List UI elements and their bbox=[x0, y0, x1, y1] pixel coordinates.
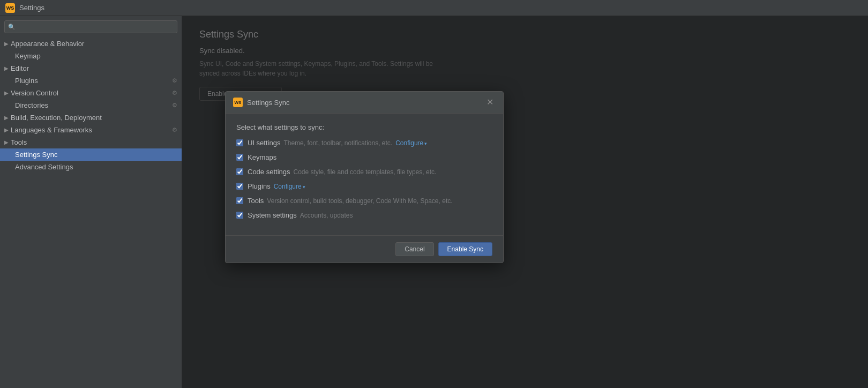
app-icon: WS bbox=[5, 3, 15, 13]
sidebar-item-label: Languages & Frameworks bbox=[11, 126, 172, 134]
tools-row: Tools Version control, build tools, debu… bbox=[236, 197, 492, 205]
sidebar: 🔍 ▶ Appearance & Behavior Keymap ▶ Edito… bbox=[0, 16, 182, 388]
ui-settings-label: UI settings bbox=[248, 139, 280, 147]
modal-body: Select what settings to sync: UI setting… bbox=[226, 114, 503, 235]
sidebar-item-tools[interactable]: ▶ Tools bbox=[0, 136, 182, 148]
sidebar-item-label: Version Control bbox=[11, 89, 172, 97]
chevron-down-icon: ▾ bbox=[303, 184, 305, 190]
settings-icon: ⚙ bbox=[172, 77, 177, 84]
cancel-button[interactable]: Cancel bbox=[395, 242, 433, 256]
sidebar-item-version-control[interactable]: ▶ Version Control ⚙ bbox=[0, 87, 182, 99]
sidebar-item-label: Editor bbox=[11, 64, 177, 72]
modal-title: Settings Sync bbox=[247, 99, 484, 107]
search-box[interactable]: 🔍 bbox=[4, 20, 177, 33]
settings-icon: ⚙ bbox=[172, 126, 177, 133]
keymaps-row: Keymaps bbox=[236, 153, 492, 161]
sidebar-item-label: Tools bbox=[11, 138, 177, 146]
ui-settings-configure-link[interactable]: Configure▾ bbox=[395, 139, 427, 147]
sidebar-item-label: Settings Sync bbox=[15, 151, 177, 159]
close-button[interactable]: ✕ bbox=[484, 97, 496, 108]
modal-app-icon: WS bbox=[233, 98, 243, 107]
chevron-icon: ▶ bbox=[4, 127, 9, 133]
content-area: Settings Sync Sync disabled. Sync UI, Co… bbox=[182, 16, 868, 388]
search-input[interactable] bbox=[4, 20, 177, 33]
modal-header: WS Settings Sync ✕ bbox=[226, 92, 503, 114]
chevron-down-icon: ▾ bbox=[424, 141, 427, 146]
sidebar-item-label: Directories bbox=[15, 101, 172, 109]
sidebar-item-label: Build, Execution, Deployment bbox=[11, 114, 177, 122]
sidebar-item-directories[interactable]: Directories ⚙ bbox=[0, 99, 182, 111]
code-settings-checkbox[interactable] bbox=[236, 168, 243, 175]
system-settings-checkbox[interactable] bbox=[236, 212, 243, 219]
system-settings-desc: Accounts, updates bbox=[300, 212, 353, 219]
sidebar-item-label: Plugins bbox=[15, 77, 172, 85]
code-settings-desc: Code style, file and code templates, fil… bbox=[294, 168, 437, 176]
plugins-row: Plugins Configure▾ bbox=[236, 182, 492, 190]
plugins-label: Plugins bbox=[248, 182, 271, 190]
sidebar-item-label: Keymap bbox=[15, 52, 177, 60]
title-bar: WS Settings bbox=[0, 0, 868, 16]
settings-icon: ⚙ bbox=[172, 102, 177, 109]
sidebar-item-settings-sync[interactable]: Settings Sync bbox=[0, 148, 182, 161]
plugins-configure-link[interactable]: Configure▾ bbox=[274, 183, 305, 190]
system-settings-label: System settings bbox=[248, 211, 297, 219]
chevron-icon: ▶ bbox=[4, 65, 9, 71]
code-settings-label: Code settings bbox=[248, 168, 290, 176]
chevron-icon: ▶ bbox=[4, 90, 9, 96]
sidebar-item-label: Advanced Settings bbox=[15, 163, 177, 171]
settings-sync-modal: WS Settings Sync ✕ Select what settings … bbox=[225, 91, 504, 263]
enable-sync-button[interactable]: Enable Sync bbox=[438, 242, 492, 256]
modal-overlay: WS Settings Sync ✕ Select what settings … bbox=[182, 16, 868, 388]
sidebar-item-label: Appearance & Behavior bbox=[11, 40, 177, 48]
sidebar-item-languages-frameworks[interactable]: ▶ Languages & Frameworks ⚙ bbox=[0, 124, 182, 136]
main-layout: 🔍 ▶ Appearance & Behavior Keymap ▶ Edito… bbox=[0, 16, 868, 388]
chevron-icon: ▶ bbox=[4, 115, 9, 121]
window-title: Settings bbox=[19, 4, 44, 12]
modal-footer: Cancel Enable Sync bbox=[226, 235, 503, 263]
plugins-checkbox[interactable] bbox=[236, 183, 243, 190]
chevron-icon: ▶ bbox=[4, 139, 9, 145]
modal-subtitle: Select what settings to sync: bbox=[236, 123, 492, 131]
keymaps-label: Keymaps bbox=[248, 153, 276, 161]
keymaps-checkbox[interactable] bbox=[236, 154, 243, 161]
search-icon: 🔍 bbox=[8, 24, 16, 31]
system-settings-row: System settings Accounts, updates bbox=[236, 211, 492, 219]
tools-label: Tools bbox=[248, 197, 264, 205]
ui-settings-desc: Theme, font, toolbar, notifications, etc… bbox=[283, 139, 392, 147]
sidebar-item-editor[interactable]: ▶ Editor bbox=[0, 62, 182, 74]
settings-icon: ⚙ bbox=[172, 89, 177, 96]
sidebar-item-appearance-behavior[interactable]: ▶ Appearance & Behavior bbox=[0, 38, 182, 50]
code-settings-row: Code settings Code style, file and code … bbox=[236, 168, 492, 176]
ui-settings-checkbox[interactable] bbox=[236, 139, 243, 146]
tools-desc: Version control, build tools, debugger, … bbox=[267, 197, 452, 205]
sidebar-item-plugins[interactable]: Plugins ⚙ bbox=[0, 74, 182, 87]
ui-settings-row: UI settings Theme, font, toolbar, notifi… bbox=[236, 139, 492, 147]
tools-checkbox[interactable] bbox=[236, 197, 243, 204]
sidebar-item-build-execution[interactable]: ▶ Build, Execution, Deployment bbox=[0, 111, 182, 124]
sidebar-item-keymap[interactable]: Keymap bbox=[0, 50, 182, 62]
chevron-icon: ▶ bbox=[4, 41, 9, 47]
sidebar-item-advanced-settings[interactable]: Advanced Settings bbox=[0, 161, 182, 173]
